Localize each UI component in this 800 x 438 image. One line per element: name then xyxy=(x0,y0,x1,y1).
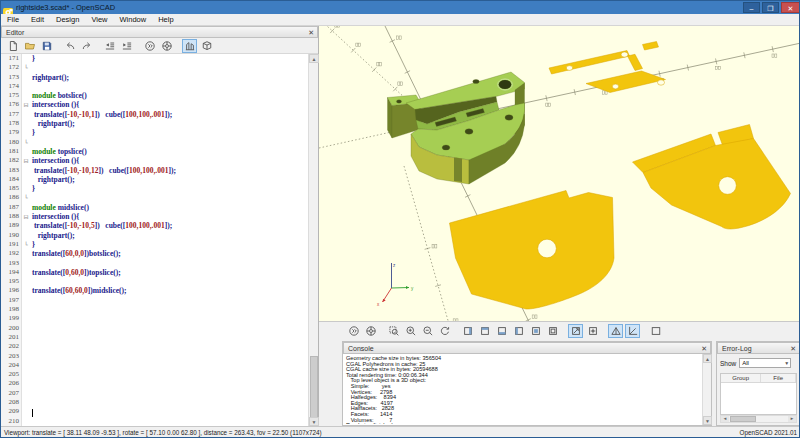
error-log-header[interactable]: Error-Log ✕ xyxy=(717,342,800,354)
console-scrollbar[interactable]: ▲ ▼ xyxy=(702,354,711,425)
close-icon[interactable]: ✕ xyxy=(308,27,314,38)
scroll-up-icon[interactable]: ▲ xyxy=(703,354,712,363)
code-line-207[interactable]: 207 xyxy=(1,389,308,398)
code-line-209[interactable]: 209 xyxy=(1,407,308,416)
code-line-201[interactable]: 201 xyxy=(1,333,308,342)
code-line-203[interactable]: 203 xyxy=(1,352,308,361)
code-line-178[interactable]: 178 rightpart(); xyxy=(1,119,308,128)
code-line-189[interactable]: 189 translate([-10,-10,5]) cube([100,100… xyxy=(1,221,308,230)
new-file-icon[interactable] xyxy=(5,39,20,53)
code-line-181[interactable]: 181module topslice() xyxy=(1,147,308,156)
editor-scrollbar[interactable]: ▲ ▼ xyxy=(308,54,318,426)
highlight-icon[interactable] xyxy=(182,39,197,53)
code-line-179[interactable]: 179} xyxy=(1,128,308,137)
indent-icon[interactable] xyxy=(119,39,134,53)
close-icon[interactable]: ✕ xyxy=(701,343,707,354)
view-all-icon[interactable] xyxy=(386,324,401,338)
code-line-198[interactable]: 198 xyxy=(1,305,308,314)
code-line-187[interactable]: 187module midslice() xyxy=(1,203,308,212)
code-line-195[interactable]: 195 xyxy=(1,277,308,286)
code-line-197[interactable]: 197 xyxy=(1,296,308,305)
code-line-210[interactable]: 210 xyxy=(1,417,308,426)
code-line-194[interactable]: 194translate([0,60,0])topslice(); xyxy=(1,268,308,277)
code-line-204[interactable]: 204 xyxy=(1,361,308,370)
code-line-177[interactable]: 177 translate([-10,-10,1]) cube([100,100… xyxy=(1,110,308,119)
code-line-185[interactable]: 185} xyxy=(1,184,308,193)
redo-icon[interactable] xyxy=(79,39,94,53)
scroll-down-icon[interactable]: ▼ xyxy=(309,417,319,426)
scroll-up-icon[interactable]: ▲ xyxy=(309,54,319,63)
code-line-180[interactable]: 180└ xyxy=(1,138,308,147)
code-line-190[interactable]: 190 rightpart(); xyxy=(1,231,308,240)
scroll-left-icon[interactable]: ◄ xyxy=(721,416,729,422)
view-bottom-icon[interactable] xyxy=(494,324,509,338)
scroll-down-icon[interactable]: ▼ xyxy=(703,416,712,425)
undo-icon[interactable] xyxy=(62,39,77,53)
code-line-172[interactable]: 172└ xyxy=(1,63,308,72)
zoom-out-icon[interactable] xyxy=(420,324,435,338)
code-line-205[interactable]: 205 xyxy=(1,370,308,379)
console-panel-header[interactable]: Console ✕ xyxy=(343,342,711,354)
maximize-button[interactable]: ❐ xyxy=(762,2,779,13)
fold-marker-icon[interactable]: ⊟ xyxy=(22,156,30,165)
title-bar[interactable]: rightside3.scad* - OpenSCAD – ❐ ✕ xyxy=(1,1,800,14)
view-front-icon[interactable] xyxy=(528,324,543,338)
view-back-icon[interactable] xyxy=(545,324,560,338)
error-log-hscrollbar[interactable]: ◄ ► xyxy=(720,415,797,423)
code-line-174[interactable]: 174 xyxy=(1,82,308,91)
code-line-176[interactable]: 176⊟intersection (){ xyxy=(1,100,308,109)
menu-design[interactable]: Design xyxy=(50,14,85,26)
code-line-186[interactable]: 186└ xyxy=(1,193,308,202)
code-line-202[interactable]: 202 xyxy=(1,342,308,351)
fold-marker-icon[interactable]: ⊟ xyxy=(22,100,30,109)
perspective-icon[interactable] xyxy=(608,324,623,338)
code-line-188[interactable]: 188⊟intersection (){ xyxy=(1,212,308,221)
view-top-icon[interactable] xyxy=(477,324,492,338)
menu-file[interactable]: File xyxy=(1,14,25,26)
editor-panel-header[interactable]: Editor ✕ xyxy=(1,26,318,38)
unindent-icon[interactable] xyxy=(102,39,117,53)
code-line-173[interactable]: 173rightpart(); xyxy=(1,73,308,82)
open-icon[interactable] xyxy=(22,39,37,53)
view-left-icon[interactable] xyxy=(511,324,526,338)
orthogonal-icon[interactable] xyxy=(625,324,640,338)
code-line-182[interactable]: 182⊟intersection (){ xyxy=(1,156,308,165)
code-line-196[interactable]: 196translate([60,60,0])midslice(); xyxy=(1,286,308,295)
code-line-183[interactable]: 183 translate([-10,-10,12]) cube([100,10… xyxy=(1,166,308,175)
code-line-184[interactable]: 184 rightpart(); xyxy=(1,175,308,184)
code-line-175[interactable]: 175module botslice() xyxy=(1,91,308,100)
save-icon[interactable] xyxy=(39,39,54,53)
zoom-in-icon[interactable] xyxy=(403,324,418,338)
reset-view-icon[interactable] xyxy=(437,324,452,338)
code-line-192[interactable]: 192translate([60,0,0])botslice(); xyxy=(1,249,308,258)
view-center-icon[interactable] xyxy=(585,324,600,338)
preview-icon[interactable] xyxy=(346,324,361,338)
3d-viewport[interactable]: z y x xyxy=(319,26,800,321)
code-line-206[interactable]: 206 xyxy=(1,379,308,388)
code-line-199[interactable]: 199 xyxy=(1,314,308,323)
fold-marker-icon[interactable]: ⊟ xyxy=(22,212,30,221)
scrollbar-thumb[interactable] xyxy=(730,416,756,422)
column-header-group[interactable]: Group xyxy=(721,374,761,382)
render-icon[interactable] xyxy=(159,39,174,53)
scroll-right-icon[interactable]: ► xyxy=(788,416,796,422)
code-line-191[interactable]: 191└} xyxy=(1,240,308,249)
minimize-button[interactable]: – xyxy=(743,2,760,13)
show-crosshairs-icon[interactable] xyxy=(648,324,663,338)
export-stl-icon[interactable] xyxy=(199,39,214,53)
menu-help[interactable]: Help xyxy=(152,14,179,26)
render-icon[interactable] xyxy=(363,324,378,338)
view-right-icon[interactable] xyxy=(460,324,475,338)
code-editor[interactable]: 171}172└173rightpart();174175module bots… xyxy=(1,54,308,426)
preview-icon[interactable] xyxy=(142,39,157,53)
code-line-200[interactable]: 200 xyxy=(1,324,308,333)
code-line-193[interactable]: 193 xyxy=(1,259,308,268)
menu-window[interactable]: Window xyxy=(114,14,153,26)
column-header-file[interactable]: File xyxy=(761,374,796,382)
close-icon[interactable]: ✕ xyxy=(790,343,796,354)
menu-view[interactable]: View xyxy=(85,14,113,26)
view-diagonal-icon[interactable] xyxy=(568,324,583,338)
code-line-171[interactable]: 171} xyxy=(1,54,308,63)
menu-edit[interactable]: Edit xyxy=(25,14,50,26)
code-line-208[interactable]: 208 xyxy=(1,398,308,407)
